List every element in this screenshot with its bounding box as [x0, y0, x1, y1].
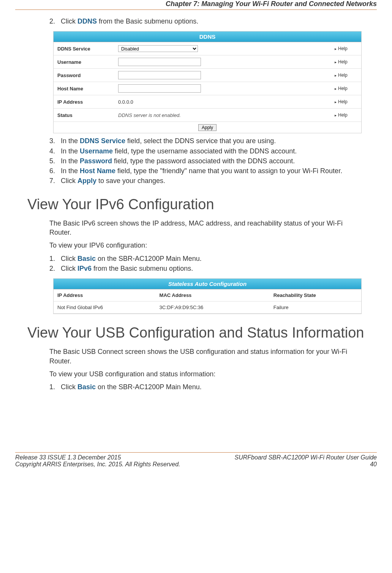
- usb-p1: The Basic USB Connect screen shows the U…: [49, 347, 362, 366]
- text: on the SBR-AC1200P Main Menu.: [96, 383, 202, 391]
- help-link[interactable]: Help: [335, 112, 361, 118]
- bold-term: DDNS Service: [80, 137, 125, 145]
- text: to save your changes.: [96, 177, 165, 185]
- ddns-hostname-label: Host Name: [54, 86, 118, 92]
- mac-value: 3C:DF:A9:D9:5C:36: [160, 305, 273, 310]
- usb-heading: View Your USB Configuration and Status I…: [27, 325, 377, 341]
- usb-p2: To view your USB configuration and statu…: [49, 369, 362, 379]
- text: field, select the DDNS service that you …: [125, 137, 276, 145]
- ddns-steps-continued: Click DDNS from the Basic submenu option…: [15, 17, 377, 26]
- text: Click: [61, 177, 77, 185]
- ddns-username-input[interactable]: [118, 58, 201, 66]
- bold-term: Basic: [77, 383, 96, 391]
- bold-term: IPv6: [77, 265, 92, 272]
- reach-value: Failure: [273, 305, 357, 310]
- ddns-password-input[interactable]: [118, 71, 201, 79]
- footer-release: Release 33 ISSUE 1.3 December 2015: [15, 454, 180, 461]
- bold-term: Apply: [77, 177, 96, 185]
- help-link[interactable]: Help: [335, 73, 361, 78]
- footer-guide: SURFboard SBR‑AC1200P Wi-Fi Router User …: [235, 454, 377, 461]
- chapter-title: Chapter 7: Managing Your Wi-Fi Router an…: [15, 0, 377, 10]
- ddns-row-ip: IP Address 0.0.0.0 Help: [54, 95, 361, 109]
- ddns-service-select[interactable]: Disabled: [118, 45, 198, 52]
- text: from the Basic submenu options.: [92, 265, 193, 272]
- ddns-row-username: Username Help: [54, 55, 361, 69]
- ipv6-step-2: Click IPv6 from the Basic submenu option…: [57, 264, 377, 273]
- text: field, type the "friendly" name that you…: [115, 167, 342, 175]
- ipv6-p1: The Basic IPv6 screen shows the IP addre…: [49, 219, 362, 237]
- bold-term: Username: [80, 147, 113, 155]
- step-7: Click Apply to save your changes.: [57, 176, 377, 185]
- stateless-title: Stateless Auto Configuration: [54, 279, 361, 289]
- step-6: In the Host Name field, type the "friend…: [57, 166, 377, 175]
- ddns-apply-row: Apply: [54, 122, 361, 133]
- ddns-row-password: Password Help: [54, 69, 361, 82]
- ipv6-steps: Click Basic on the SBR-AC1200P Main Menu…: [15, 254, 377, 273]
- help-link[interactable]: Help: [335, 46, 361, 51]
- apply-button[interactable]: Apply: [198, 124, 217, 131]
- text: field, type the username associated with…: [113, 147, 297, 155]
- text: from the Basic submenu options.: [97, 17, 198, 25]
- ddns-row-service: DDNS Service Disabled Help: [54, 42, 361, 55]
- stateless-data-row: Not Find Global IPv6 3C:DF:A9:D9:5C:36 F…: [54, 301, 361, 314]
- text: Click: [61, 383, 77, 391]
- usb-step-1: Click Basic on the SBR-AC1200P Main Menu…: [57, 382, 377, 391]
- ddns-password-label: Password: [54, 73, 118, 78]
- step-3: In the DDNS Service field, select the DD…: [57, 136, 377, 145]
- ipv6-p2: To view your IPV6 configuration:: [49, 241, 362, 250]
- col-mac-address: MAC Address: [160, 292, 273, 298]
- ipv6-step-1: Click Basic on the SBR-AC1200P Main Menu…: [57, 254, 377, 263]
- col-ip-address: IP Address: [57, 292, 160, 298]
- ddns-status-value: DDNS server is not enabled.: [118, 112, 181, 118]
- step-5: In the Password field, type the password…: [57, 156, 377, 166]
- text: Click: [61, 265, 77, 272]
- ddns-ip-label: IP Address: [54, 99, 118, 105]
- ddns-row-status: Status DDNS server is not enabled. Help: [54, 109, 361, 122]
- ddns-ip-value: 0.0.0.0: [118, 99, 133, 105]
- help-link[interactable]: Help: [335, 99, 361, 104]
- ip-value: Not Find Global IPv6: [57, 305, 160, 310]
- link-ddns: DDNS: [77, 17, 97, 25]
- text: In the: [61, 147, 80, 155]
- text: In the: [61, 157, 80, 165]
- ddns-status-label: Status: [54, 112, 118, 118]
- help-link[interactable]: Help: [335, 86, 361, 91]
- ipv6-heading: View Your IPv6 Configuration: [27, 196, 377, 213]
- ddns-hostname-input[interactable]: [118, 84, 201, 93]
- ddns-row-hostname: Host Name Help: [54, 82, 361, 95]
- bold-term: Basic: [77, 255, 96, 262]
- footer-page-number: 40: [235, 461, 377, 468]
- text: field, type the password associated with…: [112, 157, 295, 165]
- col-reachability: Reachability State: [273, 292, 357, 298]
- step-2: Click DDNS from the Basic submenu option…: [57, 17, 377, 26]
- ddns-service-label: DDNS Service: [54, 46, 118, 52]
- help-link[interactable]: Help: [335, 59, 361, 65]
- ddns-steps-3-7: In the DDNS Service field, select the DD…: [15, 136, 377, 185]
- text: In the: [61, 167, 80, 175]
- ddns-panel: DDNS DDNS Service Disabled Help Username…: [53, 31, 362, 133]
- text: In the: [61, 137, 80, 145]
- text: on the SBR-AC1200P Main Menu.: [96, 255, 202, 262]
- page-footer: Release 33 ISSUE 1.3 December 2015 Copyr…: [15, 452, 377, 468]
- usb-steps: Click Basic on the SBR-AC1200P Main Menu…: [15, 382, 377, 391]
- stateless-panel: Stateless Auto Configuration IP Address …: [53, 278, 362, 314]
- text: Click: [61, 255, 77, 262]
- ddns-username-label: Username: [54, 59, 118, 65]
- ddns-panel-title: DDNS: [54, 32, 361, 42]
- footer-copyright: Copyright ARRIS Enterprises, Inc. 2015. …: [15, 461, 180, 468]
- step-4: In the Username field, type the username…: [57, 147, 377, 156]
- text: Click: [61, 17, 77, 25]
- bold-term: Host Name: [80, 167, 115, 175]
- stateless-header: IP Address MAC Address Reachability Stat…: [54, 289, 361, 301]
- bold-term: Password: [80, 157, 112, 165]
